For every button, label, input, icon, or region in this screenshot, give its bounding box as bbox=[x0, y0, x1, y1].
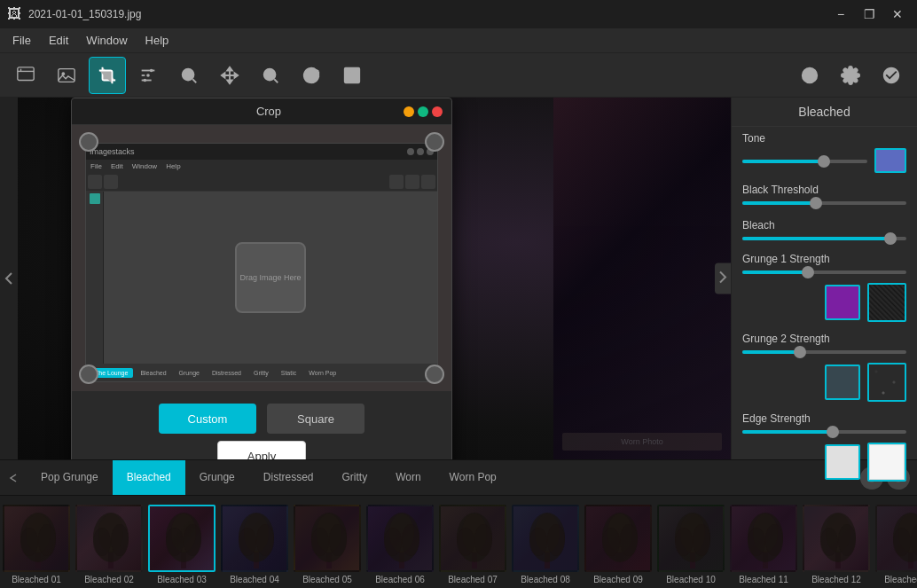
tab-worn-pop[interactable]: Worn Pop bbox=[435, 460, 511, 496]
thumbnail-item-6[interactable]: Bleached 07 bbox=[436, 505, 509, 584]
app-icon: 🖼 bbox=[7, 6, 21, 22]
bleach-fill bbox=[742, 237, 890, 240]
menu-file[interactable]: File bbox=[4, 30, 40, 51]
thumbnail-item-5[interactable]: Bleached 06 bbox=[364, 505, 436, 584]
effects-button[interactable] bbox=[873, 57, 910, 94]
left-panel-toggle[interactable] bbox=[0, 98, 18, 459]
grunge2-track[interactable] bbox=[742, 350, 906, 354]
bleach-thumb[interactable] bbox=[884, 232, 897, 245]
inner-left-tool[interactable] bbox=[90, 193, 100, 204]
thumbnail-item-7[interactable]: Bleached 08 bbox=[509, 505, 582, 584]
move-button[interactable] bbox=[211, 57, 248, 94]
grunge1-thumb[interactable] bbox=[802, 266, 814, 278]
restore-button[interactable]: ❐ bbox=[857, 5, 882, 23]
black-threshold-track[interactable] bbox=[742, 201, 906, 205]
inner-tool-info[interactable] bbox=[389, 175, 404, 189]
thumbnail-item-1[interactable]: Bleached 02 bbox=[73, 505, 145, 584]
tab-worn[interactable]: Worn bbox=[381, 460, 435, 496]
crop-square-button[interactable]: Square bbox=[267, 404, 364, 434]
thumbnail-item-10[interactable]: Bleached 11 bbox=[727, 505, 800, 584]
edge-thumb[interactable] bbox=[827, 426, 839, 438]
thumbnail-item-2[interactable]: Bleached 03 bbox=[145, 505, 218, 584]
import-button[interactable] bbox=[7, 57, 44, 94]
crop-handle-bl[interactable] bbox=[79, 365, 98, 384]
close-button[interactable]: ✕ bbox=[885, 5, 910, 23]
menu-window[interactable]: Window bbox=[77, 30, 136, 51]
bleach-track[interactable] bbox=[742, 237, 906, 240]
crop-custom-button[interactable]: Custom bbox=[159, 404, 256, 434]
redo-button[interactable] bbox=[293, 57, 330, 94]
settings-button[interactable] bbox=[832, 57, 869, 94]
crop-handle-br[interactable] bbox=[425, 365, 444, 384]
inner-menu-edit[interactable]: Edit bbox=[108, 162, 126, 170]
info-button[interactable] bbox=[791, 57, 828, 94]
tab-distressed[interactable]: Distressed bbox=[249, 460, 328, 496]
crop-inner: Imagestacks File Edit Window Help bbox=[72, 125, 451, 391]
grunge2-texture-thumb[interactable] bbox=[867, 363, 906, 402]
right-panel-toggle[interactable] bbox=[715, 263, 731, 294]
inner-tool-1[interactable] bbox=[88, 175, 102, 189]
black-threshold-slider-row: Black Threshold bbox=[732, 178, 917, 214]
crop-button[interactable] bbox=[89, 57, 126, 94]
thumbnail-item-11[interactable]: Bleached 12 bbox=[800, 505, 873, 584]
thumbnail-item-8[interactable]: Bleached 09 bbox=[582, 505, 654, 584]
grunge2-color-box[interactable] bbox=[825, 365, 860, 400]
dialog-minimize[interactable] bbox=[404, 106, 414, 117]
tone-color-box[interactable] bbox=[874, 148, 906, 173]
grunge2-thumb[interactable] bbox=[794, 346, 806, 358]
tabs-scroll-left[interactable] bbox=[0, 460, 27, 496]
inner-tool-settings[interactable] bbox=[405, 175, 419, 189]
edge-track[interactable] bbox=[742, 430, 906, 434]
grunge1-color-box[interactable] bbox=[825, 285, 860, 320]
tone-slider-row: Tone bbox=[732, 127, 917, 178]
zoom-in-button[interactable] bbox=[170, 57, 208, 94]
tab-gritty[interactable]: Gritty bbox=[327, 460, 381, 496]
thumbnail-label-2: Bleached 03 bbox=[157, 575, 207, 584]
inner-tab-gritty[interactable]: Gritty bbox=[248, 368, 274, 378]
thumbnail-item-12[interactable]: Bleached 13 bbox=[873, 505, 917, 584]
tab-bleached[interactable]: Bleached bbox=[113, 460, 185, 496]
tab-pop-grunge[interactable]: Pop Grunge bbox=[27, 460, 113, 496]
inner-tab-static[interactable]: Static bbox=[276, 368, 302, 378]
tone-track[interactable] bbox=[742, 160, 867, 163]
menu-help[interactable]: Help bbox=[137, 30, 178, 51]
svg-point-7 bbox=[144, 78, 147, 82]
inner-canvas-drop[interactable]: Drag Image Here bbox=[235, 242, 306, 313]
edge-texture-thumb[interactable] bbox=[867, 443, 906, 482]
crop-handle-tr[interactable] bbox=[425, 132, 444, 152]
svg-rect-0 bbox=[18, 67, 34, 80]
thumbnail-item-3[interactable]: Bleached 04 bbox=[218, 505, 291, 584]
fit-button[interactable] bbox=[333, 57, 371, 94]
crop-apply-button[interactable]: Apply bbox=[217, 441, 306, 459]
inner-tab-distressed[interactable]: Distressed bbox=[207, 368, 247, 378]
grunge1-texture-thumb[interactable] bbox=[867, 283, 906, 322]
edge-color-box[interactable] bbox=[825, 444, 860, 480]
inner-menu-file[interactable]: File bbox=[88, 162, 105, 170]
tab-grunge[interactable]: Grunge bbox=[185, 460, 249, 496]
thumbnail-item-9[interactable]: Bleached 10 bbox=[654, 505, 727, 584]
inner-tool-2[interactable] bbox=[104, 175, 118, 189]
bleach-label: Bleach bbox=[742, 219, 906, 231]
grunge1-track[interactable] bbox=[742, 270, 906, 274]
dialog-expand[interactable] bbox=[418, 106, 428, 117]
inner-tab-bleached[interactable]: Bleached bbox=[135, 368, 171, 378]
crop-handle-tl[interactable] bbox=[79, 132, 98, 152]
thumbnail-item-4[interactable]: Bleached 05 bbox=[291, 505, 364, 584]
zoom-out-button[interactable] bbox=[252, 57, 289, 94]
inner-menu-help[interactable]: Help bbox=[163, 162, 183, 170]
export-button[interactable] bbox=[48, 57, 85, 94]
thumbnail-label-7: Bleached 08 bbox=[521, 575, 570, 584]
inner-tool-effects[interactable] bbox=[421, 175, 435, 189]
black-threshold-thumb[interactable] bbox=[810, 197, 822, 209]
menu-edit[interactable]: Edit bbox=[40, 30, 77, 51]
svg-point-6 bbox=[146, 74, 150, 77]
dialog-close[interactable] bbox=[432, 106, 443, 117]
tone-thumb[interactable] bbox=[818, 155, 830, 168]
inner-tab-worn-pop[interactable]: Worn Pop bbox=[303, 368, 341, 378]
thumbnail-item-0[interactable]: Bleached 01 bbox=[0, 505, 73, 584]
adjust-button[interactable] bbox=[129, 57, 167, 94]
inner-tab-grunge[interactable]: Grunge bbox=[174, 368, 205, 378]
minimize-button[interactable]: − bbox=[828, 5, 853, 23]
inner-menu-window[interactable]: Window bbox=[129, 162, 160, 170]
toolbar bbox=[0, 53, 917, 98]
